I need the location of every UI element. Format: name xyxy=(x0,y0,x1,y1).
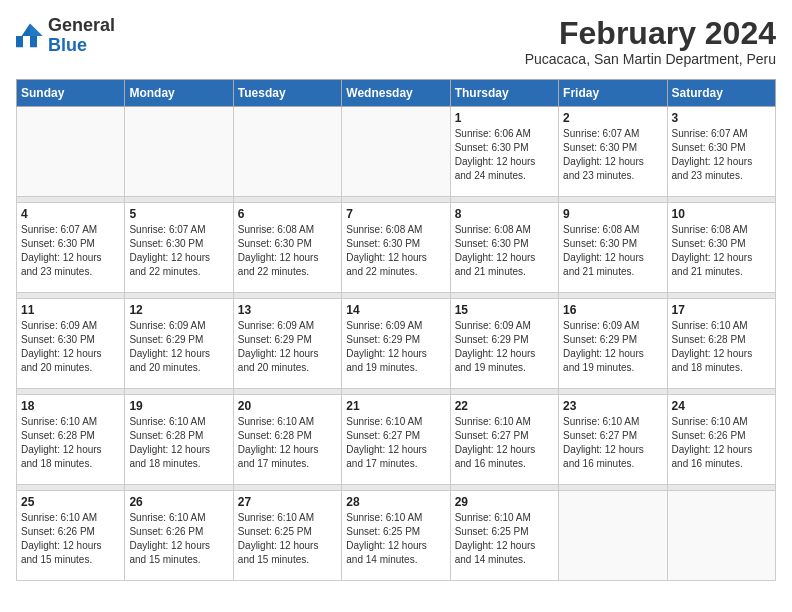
day-number: 15 xyxy=(455,303,554,317)
day-info: Sunrise: 6:08 AMSunset: 6:30 PMDaylight:… xyxy=(563,223,662,279)
table-row: 29Sunrise: 6:10 AMSunset: 6:25 PMDayligh… xyxy=(450,491,558,581)
logo-general: General xyxy=(48,15,115,35)
day-number: 29 xyxy=(455,495,554,509)
col-monday: Monday xyxy=(125,80,233,107)
title-block: February 2024 Pucacaca, San Martin Depar… xyxy=(525,16,776,67)
calendar: Sunday Monday Tuesday Wednesday Thursday… xyxy=(16,79,776,581)
col-tuesday: Tuesday xyxy=(233,80,341,107)
day-number: 2 xyxy=(563,111,662,125)
day-info: Sunrise: 6:09 AMSunset: 6:30 PMDaylight:… xyxy=(21,319,120,375)
day-number: 12 xyxy=(129,303,228,317)
table-row: 11Sunrise: 6:09 AMSunset: 6:30 PMDayligh… xyxy=(17,299,125,389)
day-info: Sunrise: 6:07 AMSunset: 6:30 PMDaylight:… xyxy=(21,223,120,279)
table-row: 7Sunrise: 6:08 AMSunset: 6:30 PMDaylight… xyxy=(342,203,450,293)
logo-icon xyxy=(16,22,44,50)
calendar-week-row: 25Sunrise: 6:10 AMSunset: 6:26 PMDayligh… xyxy=(17,491,776,581)
table-row: 14Sunrise: 6:09 AMSunset: 6:29 PMDayligh… xyxy=(342,299,450,389)
day-number: 1 xyxy=(455,111,554,125)
day-info: Sunrise: 6:10 AMSunset: 6:26 PMDaylight:… xyxy=(129,511,228,567)
day-number: 7 xyxy=(346,207,445,221)
table-row: 5Sunrise: 6:07 AMSunset: 6:30 PMDaylight… xyxy=(125,203,233,293)
table-row: 6Sunrise: 6:08 AMSunset: 6:30 PMDaylight… xyxy=(233,203,341,293)
table-row: 20Sunrise: 6:10 AMSunset: 6:28 PMDayligh… xyxy=(233,395,341,485)
table-row: 22Sunrise: 6:10 AMSunset: 6:27 PMDayligh… xyxy=(450,395,558,485)
day-info: Sunrise: 6:09 AMSunset: 6:29 PMDaylight:… xyxy=(455,319,554,375)
day-info: Sunrise: 6:10 AMSunset: 6:28 PMDaylight:… xyxy=(238,415,337,471)
table-row: 21Sunrise: 6:10 AMSunset: 6:27 PMDayligh… xyxy=(342,395,450,485)
day-number: 24 xyxy=(672,399,771,413)
day-number: 6 xyxy=(238,207,337,221)
col-friday: Friday xyxy=(559,80,667,107)
col-thursday: Thursday xyxy=(450,80,558,107)
day-number: 27 xyxy=(238,495,337,509)
table-row: 23Sunrise: 6:10 AMSunset: 6:27 PMDayligh… xyxy=(559,395,667,485)
day-number: 19 xyxy=(129,399,228,413)
col-wednesday: Wednesday xyxy=(342,80,450,107)
day-number: 17 xyxy=(672,303,771,317)
day-number: 11 xyxy=(21,303,120,317)
day-info: Sunrise: 6:09 AMSunset: 6:29 PMDaylight:… xyxy=(346,319,445,375)
col-sunday: Sunday xyxy=(17,80,125,107)
subtitle: Pucacaca, San Martin Department, Peru xyxy=(525,51,776,67)
day-number: 25 xyxy=(21,495,120,509)
table-row: 10Sunrise: 6:08 AMSunset: 6:30 PMDayligh… xyxy=(667,203,775,293)
table-row: 12Sunrise: 6:09 AMSunset: 6:29 PMDayligh… xyxy=(125,299,233,389)
day-info: Sunrise: 6:09 AMSunset: 6:29 PMDaylight:… xyxy=(238,319,337,375)
calendar-week-row: 11Sunrise: 6:09 AMSunset: 6:30 PMDayligh… xyxy=(17,299,776,389)
day-info: Sunrise: 6:07 AMSunset: 6:30 PMDaylight:… xyxy=(129,223,228,279)
day-number: 5 xyxy=(129,207,228,221)
day-info: Sunrise: 6:10 AMSunset: 6:27 PMDaylight:… xyxy=(455,415,554,471)
table-row: 8Sunrise: 6:08 AMSunset: 6:30 PMDaylight… xyxy=(450,203,558,293)
day-number: 16 xyxy=(563,303,662,317)
table-row: 19Sunrise: 6:10 AMSunset: 6:28 PMDayligh… xyxy=(125,395,233,485)
day-info: Sunrise: 6:10 AMSunset: 6:25 PMDaylight:… xyxy=(455,511,554,567)
day-number: 13 xyxy=(238,303,337,317)
day-info: Sunrise: 6:10 AMSunset: 6:27 PMDaylight:… xyxy=(346,415,445,471)
logo: General Blue xyxy=(16,16,115,56)
day-number: 22 xyxy=(455,399,554,413)
table-row: 26Sunrise: 6:10 AMSunset: 6:26 PMDayligh… xyxy=(125,491,233,581)
table-row: 2Sunrise: 6:07 AMSunset: 6:30 PMDaylight… xyxy=(559,107,667,197)
day-info: Sunrise: 6:10 AMSunset: 6:28 PMDaylight:… xyxy=(672,319,771,375)
day-number: 20 xyxy=(238,399,337,413)
table-row xyxy=(667,491,775,581)
table-row: 18Sunrise: 6:10 AMSunset: 6:28 PMDayligh… xyxy=(17,395,125,485)
table-row xyxy=(342,107,450,197)
table-row: 16Sunrise: 6:09 AMSunset: 6:29 PMDayligh… xyxy=(559,299,667,389)
table-row: 9Sunrise: 6:08 AMSunset: 6:30 PMDaylight… xyxy=(559,203,667,293)
table-row xyxy=(559,491,667,581)
svg-marker-1 xyxy=(30,23,43,36)
day-info: Sunrise: 6:10 AMSunset: 6:26 PMDaylight:… xyxy=(21,511,120,567)
day-number: 3 xyxy=(672,111,771,125)
day-info: Sunrise: 6:10 AMSunset: 6:28 PMDaylight:… xyxy=(21,415,120,471)
table-row: 28Sunrise: 6:10 AMSunset: 6:25 PMDayligh… xyxy=(342,491,450,581)
day-info: Sunrise: 6:08 AMSunset: 6:30 PMDaylight:… xyxy=(672,223,771,279)
day-number: 8 xyxy=(455,207,554,221)
day-info: Sunrise: 6:08 AMSunset: 6:30 PMDaylight:… xyxy=(455,223,554,279)
table-row: 27Sunrise: 6:10 AMSunset: 6:25 PMDayligh… xyxy=(233,491,341,581)
main-title: February 2024 xyxy=(525,16,776,51)
calendar-week-row: 1Sunrise: 6:06 AMSunset: 6:30 PMDaylight… xyxy=(17,107,776,197)
day-number: 9 xyxy=(563,207,662,221)
day-info: Sunrise: 6:10 AMSunset: 6:27 PMDaylight:… xyxy=(563,415,662,471)
table-row: 24Sunrise: 6:10 AMSunset: 6:26 PMDayligh… xyxy=(667,395,775,485)
calendar-header-row: Sunday Monday Tuesday Wednesday Thursday… xyxy=(17,80,776,107)
day-number: 14 xyxy=(346,303,445,317)
day-number: 23 xyxy=(563,399,662,413)
day-number: 26 xyxy=(129,495,228,509)
day-info: Sunrise: 6:08 AMSunset: 6:30 PMDaylight:… xyxy=(238,223,337,279)
day-number: 21 xyxy=(346,399,445,413)
day-info: Sunrise: 6:10 AMSunset: 6:26 PMDaylight:… xyxy=(672,415,771,471)
day-info: Sunrise: 6:10 AMSunset: 6:28 PMDaylight:… xyxy=(129,415,228,471)
table-row: 25Sunrise: 6:10 AMSunset: 6:26 PMDayligh… xyxy=(17,491,125,581)
day-number: 28 xyxy=(346,495,445,509)
day-number: 10 xyxy=(672,207,771,221)
day-number: 18 xyxy=(21,399,120,413)
table-row xyxy=(17,107,125,197)
page-header: General Blue February 2024 Pucacaca, San… xyxy=(16,16,776,67)
calendar-week-row: 4Sunrise: 6:07 AMSunset: 6:30 PMDaylight… xyxy=(17,203,776,293)
day-info: Sunrise: 6:07 AMSunset: 6:30 PMDaylight:… xyxy=(563,127,662,183)
table-row: 13Sunrise: 6:09 AMSunset: 6:29 PMDayligh… xyxy=(233,299,341,389)
table-row: 4Sunrise: 6:07 AMSunset: 6:30 PMDaylight… xyxy=(17,203,125,293)
day-info: Sunrise: 6:06 AMSunset: 6:30 PMDaylight:… xyxy=(455,127,554,183)
